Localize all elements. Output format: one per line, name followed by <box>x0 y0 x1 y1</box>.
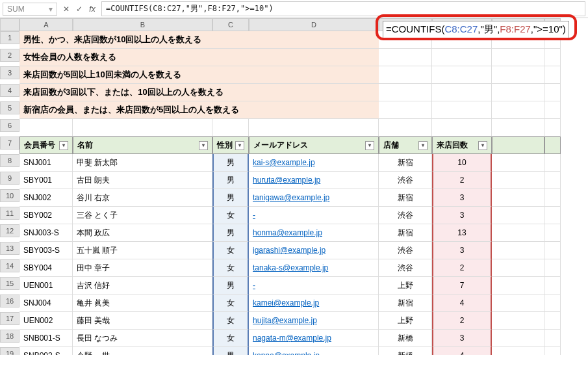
cell-D11[interactable]: - <box>249 207 379 224</box>
cell-H4[interactable] <box>544 84 561 101</box>
cell-F12[interactable]: 13 <box>432 224 492 242</box>
cell-C15[interactable]: 男 <box>212 277 249 294</box>
cell-blank[interactable] <box>432 119 492 137</box>
cell-B11[interactable]: 三谷 とく子 <box>73 207 212 224</box>
cell-G13[interactable] <box>492 242 544 259</box>
cell-blank[interactable] <box>249 119 379 137</box>
cell-H10[interactable] <box>544 189 561 207</box>
cell-D14[interactable]: tanaka-s@example.jp <box>249 259 379 277</box>
cell-H2[interactable] <box>544 49 561 66</box>
cell-H3[interactable] <box>544 66 561 84</box>
cell-A15[interactable]: UEN001 <box>19 277 73 294</box>
cell-F5[interactable] <box>432 101 492 119</box>
row-header-1[interactable]: 1 <box>0 31 19 44</box>
cell-C17[interactable]: 女 <box>212 312 249 330</box>
cell-G10[interactable] <box>492 189 544 207</box>
cell-F10[interactable]: 3 <box>432 189 492 207</box>
cell-D9[interactable]: huruta@example.jp <box>249 172 379 189</box>
cell-F19[interactable]: 4 <box>432 347 492 355</box>
cell-H13[interactable] <box>544 242 561 259</box>
cell-H5[interactable] <box>544 101 561 119</box>
filter-icon[interactable]: ▾ <box>418 141 428 150</box>
cell-B19[interactable]: 今野 一世 <box>73 347 212 355</box>
row-header-16[interactable]: 16 <box>0 294 19 307</box>
cell-D15[interactable]: - <box>249 277 379 294</box>
row-header-11[interactable]: 11 <box>0 207 19 220</box>
cell-F4[interactable] <box>432 84 492 101</box>
cell-G11[interactable] <box>492 207 544 224</box>
fx-icon[interactable]: fx <box>86 5 99 14</box>
row-header-15[interactable]: 15 <box>0 277 19 290</box>
cell-B18[interactable]: 長田 なつみ <box>73 330 212 347</box>
row-header-4[interactable]: 4 <box>0 84 19 97</box>
cell-G17[interactable] <box>492 312 544 330</box>
filter-icon[interactable]: ▾ <box>478 141 487 150</box>
cell-A9[interactable]: SBY001 <box>19 172 73 189</box>
cell-C19[interactable]: 男 <box>212 347 249 355</box>
hdr-A[interactable]: 会員番号▾ <box>19 137 73 154</box>
cell-B16[interactable]: 亀井 眞美 <box>73 294 212 312</box>
row-header-12[interactable]: 12 <box>0 224 19 237</box>
cell-A10[interactable]: SNJ002 <box>19 189 73 207</box>
cell-B10[interactable]: 谷川 右京 <box>73 189 212 207</box>
email-link[interactable]: tanaka-s@example.jp <box>253 263 328 272</box>
email-link[interactable]: kamei@example.jp <box>253 298 319 307</box>
cell-G8[interactable] <box>492 154 544 172</box>
cell-A12[interactable]: SNJ003-S <box>19 224 73 242</box>
cell-A19[interactable]: SNB002-S <box>19 347 73 355</box>
col-header-A[interactable]: A <box>19 18 73 31</box>
cell-C16[interactable]: 女 <box>212 294 249 312</box>
cell-E5[interactable] <box>379 101 432 119</box>
hdr-C[interactable]: 性別▾ <box>212 137 249 154</box>
cell-H16[interactable] <box>544 294 561 312</box>
email-link[interactable]: hujita@example.jp <box>253 316 317 325</box>
cell-A17[interactable]: UEN002 <box>19 312 73 330</box>
cell-B15[interactable]: 吉沢 信好 <box>73 277 212 294</box>
email-link[interactable]: nagata-m@example.jp <box>253 333 331 343</box>
col-header-C[interactable]: C <box>212 18 249 31</box>
cell-E15[interactable]: 上野 <box>379 277 432 294</box>
row-header-2[interactable]: 2 <box>0 49 19 62</box>
cell-E11[interactable]: 渋谷 <box>379 207 432 224</box>
cell-G14[interactable] <box>492 259 544 277</box>
cell-H14[interactable] <box>544 259 561 277</box>
cell-H7[interactable] <box>544 137 561 154</box>
cell-G19[interactable] <box>492 347 544 355</box>
cell-D8[interactable]: kai-s@example.jp <box>249 154 379 172</box>
row-header-17[interactable]: 17 <box>0 312 19 325</box>
cell-blank[interactable] <box>492 119 544 137</box>
email-link[interactable]: huruta@example.jp <box>253 176 320 185</box>
email-link[interactable]: honma@example.jp <box>253 228 322 237</box>
cell-E2[interactable] <box>379 49 432 66</box>
cell-G9[interactable] <box>492 172 544 189</box>
cell-D13[interactable]: igarashi@example.jp <box>249 242 379 259</box>
cell-F2[interactable] <box>432 49 492 66</box>
cell-A8[interactable]: SNJ001 <box>19 154 73 172</box>
cell-E1-editing[interactable]: =COUNTIFS(C8:C27,"男",F8:F27,">=10") <box>383 21 569 38</box>
cell-blank[interactable] <box>379 119 432 137</box>
cell-G16[interactable] <box>492 294 544 312</box>
cell-H19[interactable] <box>544 347 561 355</box>
cell-C10[interactable]: 男 <box>212 189 249 207</box>
row-header-7[interactable]: 7 <box>0 137 19 150</box>
row-header-5[interactable]: 5 <box>0 101 19 114</box>
cell-E4[interactable] <box>379 84 432 101</box>
cell-C14[interactable]: 女 <box>212 259 249 277</box>
description-cell[interactable]: 来店回数が5回以上10回未満の人を数える <box>19 66 379 84</box>
cell-A14[interactable]: SBY004 <box>19 259 73 277</box>
description-cell[interactable]: 男性、かつ、来店回数が10回以上の人を数える <box>19 31 379 49</box>
email-link[interactable]: tanigawa@example.jp <box>253 193 329 202</box>
email-link[interactable]: igarashi@example.jp <box>253 246 326 255</box>
col-header-D[interactable]: D <box>249 18 379 31</box>
cell-C18[interactable]: 女 <box>212 330 249 347</box>
cell-A11[interactable]: SBY002 <box>19 207 73 224</box>
cell-blank[interactable] <box>212 119 249 137</box>
cell-F18[interactable]: 3 <box>432 330 492 347</box>
col-header-B[interactable]: B <box>73 18 212 31</box>
cancel-icon[interactable]: ✕ <box>60 5 73 14</box>
cell-F14[interactable]: 2 <box>432 259 492 277</box>
row-header-18[interactable]: 18 <box>0 330 19 343</box>
row-header-8[interactable]: 8 <box>0 154 19 167</box>
select-all-corner[interactable] <box>0 18 19 31</box>
hdr-E[interactable]: 店舗▾ <box>379 137 432 154</box>
